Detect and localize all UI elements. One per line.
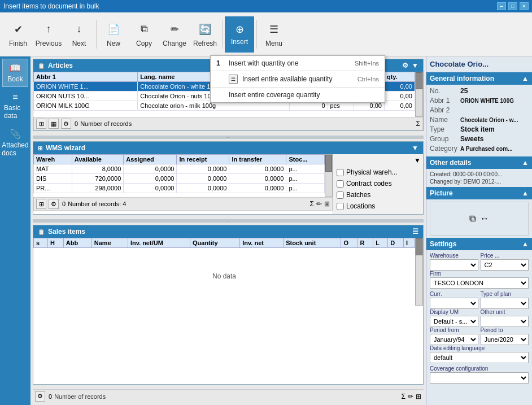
rp-warehouse-select[interactable] bbox=[430, 259, 478, 271]
rp-typeofplan-select[interactable] bbox=[481, 298, 529, 309]
wms-scrollbar[interactable] bbox=[325, 154, 333, 197]
copy-button[interactable]: ⧉ Copy bbox=[129, 16, 159, 53]
wms-sum-icon[interactable]: Σ bbox=[310, 200, 314, 208]
checkbox-batches-input[interactable] bbox=[337, 191, 344, 199]
wms-collapse-icon[interactable]: ▼ bbox=[412, 144, 418, 152]
insert-with-quantity-one[interactable]: 1 Insert with quantity one Shift+Ins bbox=[211, 56, 385, 71]
rp-picture-copy-icon[interactable]: ⧉ bbox=[469, 214, 476, 224]
wms-col-intransfer[interactable]: In transfer bbox=[229, 155, 286, 164]
table-row[interactable]: MAT 8,0000 0,0000 0,0000 0,0000 p... bbox=[34, 164, 325, 174]
table-row[interactable]: PR... 298,0000 0,0000 0,0000 0,0000 p... bbox=[34, 184, 325, 193]
no-data-label: No data bbox=[33, 248, 415, 304]
window-title: Insert items to document in bulk bbox=[3, 2, 99, 10]
articles-collapse-icon[interactable]: ▼ bbox=[412, 62, 418, 69]
sales-col-s[interactable]: s bbox=[34, 238, 48, 248]
rp-periodfrom-select[interactable]: January/94 bbox=[430, 334, 478, 345]
rp-otherunit-select[interactable] bbox=[481, 316, 529, 327]
sales-col-r[interactable]: R bbox=[357, 238, 373, 248]
sales-col-o[interactable]: O bbox=[341, 238, 357, 248]
sales-export-icon[interactable]: ⊞ bbox=[416, 393, 421, 400]
sales-col-abb[interactable]: Abb bbox=[63, 238, 91, 248]
sales-scrollbar[interactable] bbox=[415, 238, 423, 306]
wms-export-icon[interactable]: ⊞ bbox=[324, 200, 330, 208]
rp-picture-resize-icon[interactable]: ↔ bbox=[480, 214, 489, 224]
insert-entire-available[interactable]: ☰ Insert entire available quantity Ctrl+… bbox=[211, 71, 385, 87]
rp-otherunit-label: Other unit bbox=[481, 309, 529, 315]
sales-col-h[interactable]: H bbox=[47, 238, 63, 248]
splitter-1[interactable] bbox=[33, 136, 424, 139]
sidebar-item-basicdata[interactable]: ≡ Basic data bbox=[2, 88, 28, 124]
sales-col-d[interactable]: D bbox=[388, 238, 404, 248]
wms-checkboxes-arrow[interactable]: ▼ bbox=[414, 156, 421, 164]
sales-col-l[interactable]: L bbox=[373, 238, 388, 248]
articles-filter-btn[interactable]: ⊞ bbox=[36, 119, 46, 129]
sales-settings-btn[interactable]: ⚙ bbox=[35, 391, 45, 402]
checkbox-contract-codes-input[interactable] bbox=[337, 180, 344, 188]
articles-col-btn[interactable]: ▦ bbox=[49, 119, 59, 129]
insert-entire-coverage[interactable]: Insert entire coverage quantity bbox=[211, 88, 385, 102]
previous-button[interactable]: ↑ Previous bbox=[34, 16, 63, 53]
wms-edit-icon[interactable]: ✏ bbox=[316, 200, 322, 208]
sales-col-i[interactable]: I bbox=[404, 238, 415, 248]
minimize-button[interactable]: ‒ bbox=[497, 2, 506, 10]
articles-sum-icon[interactable]: Σ bbox=[416, 120, 420, 128]
sales-col-invnettot[interactable]: Inv. net bbox=[240, 238, 284, 248]
sales-col-invnet[interactable]: Inv. net/UM bbox=[128, 238, 190, 248]
table-row[interactable]: DIS 720,0000 0,0000 0,0000 0,0000 p... bbox=[34, 174, 325, 184]
wms-col-stock[interactable]: Stoc... bbox=[286, 155, 325, 164]
finish-button[interactable]: ✔ Finish bbox=[3, 16, 33, 53]
rp-periodto-select[interactable]: June/2020 bbox=[481, 334, 529, 345]
rp-general-info: General information ▲ No. 25 Abbr 1 ORIO… bbox=[426, 72, 532, 156]
wms-col-assigned[interactable]: Assigned bbox=[124, 155, 177, 164]
rp-displayum-select[interactable]: Default - s... bbox=[430, 316, 478, 327]
articles-scrollbar[interactable] bbox=[415, 72, 423, 117]
book-icon: 📖 bbox=[10, 63, 21, 73]
wms-col-wareh[interactable]: Wareh bbox=[34, 155, 72, 164]
rp-general-collapse[interactable]: ▲ bbox=[522, 75, 529, 82]
checkbox-physical-wareh[interactable]: Physical wareh... bbox=[335, 167, 421, 178]
rp-datalang-select[interactable]: default bbox=[430, 352, 529, 363]
sidebar-item-book[interactable]: 📖 Book bbox=[2, 59, 28, 87]
checkbox-physical-wareh-input[interactable] bbox=[337, 169, 344, 176]
wms-col-inreceipt[interactable]: In receipt bbox=[177, 155, 229, 164]
rp-price-select[interactable]: C2 bbox=[481, 259, 529, 271]
wms-col-available[interactable]: Available bbox=[72, 155, 123, 164]
sales-col-stockunit[interactable]: Stock unit bbox=[284, 238, 341, 248]
wms-filter-btn[interactable]: ⊞ bbox=[36, 199, 46, 209]
sales-sum-icon[interactable]: Σ bbox=[402, 393, 405, 400]
sales-col-name[interactable]: Name bbox=[91, 238, 128, 248]
next-button[interactable]: ↓ Next bbox=[64, 16, 94, 53]
refresh-button[interactable]: 🔄 Refresh bbox=[190, 16, 220, 53]
cell-abbr: ORION MILK 100G bbox=[34, 101, 138, 111]
close-button[interactable]: ✕ bbox=[520, 2, 529, 10]
new-button[interactable]: 📄 New bbox=[99, 16, 128, 53]
menu-button[interactable]: ☰ Menu bbox=[259, 16, 289, 53]
sales-col-qty[interactable]: Quantity bbox=[190, 238, 240, 248]
copy-icon: ⧉ bbox=[136, 21, 152, 37]
menu-icon: ☰ bbox=[266, 21, 282, 37]
rp-coverage-select[interactable] bbox=[430, 372, 529, 384]
articles-settings-btn[interactable]: ⚙ bbox=[61, 119, 71, 129]
sidebar-item-attacheddocs[interactable]: 📎 Attached docs bbox=[2, 125, 28, 161]
checkbox-locations[interactable]: Locations bbox=[335, 201, 421, 212]
checkbox-batches[interactable]: Batches bbox=[335, 189, 421, 201]
checkbox-locations-input[interactable] bbox=[337, 203, 344, 210]
rp-firm-select[interactable]: TESCO LONDON bbox=[430, 277, 529, 289]
rp-curr-select[interactable] bbox=[430, 298, 478, 309]
change-button[interactable]: ✏ Change bbox=[160, 16, 189, 53]
insert-button[interactable]: ⊕ Insert bbox=[225, 16, 254, 53]
sales-collapse-icon[interactable]: ☰ bbox=[412, 228, 418, 236]
wms-col-btn[interactable]: ⚙ bbox=[49, 199, 59, 209]
rp-settings-collapse[interactable]: ▲ bbox=[522, 240, 529, 248]
col-qty[interactable]: qty. bbox=[384, 72, 415, 82]
articles-settings-icon[interactable]: ⚙ bbox=[402, 62, 408, 69]
rp-general-header: General information ▲ bbox=[426, 72, 532, 85]
rp-picture-collapse[interactable]: ▲ bbox=[522, 189, 529, 197]
maximize-button[interactable]: □ bbox=[508, 2, 517, 10]
splitter-2[interactable] bbox=[33, 219, 424, 223]
rp-other-collapse[interactable]: ▲ bbox=[522, 159, 529, 167]
checkbox-contract-codes[interactable]: Contract codes bbox=[335, 178, 421, 189]
col-abbr1[interactable]: Abbr 1 bbox=[34, 72, 138, 82]
new-icon: 📄 bbox=[106, 21, 121, 37]
sales-edit-icon[interactable]: ✏ bbox=[408, 393, 413, 400]
